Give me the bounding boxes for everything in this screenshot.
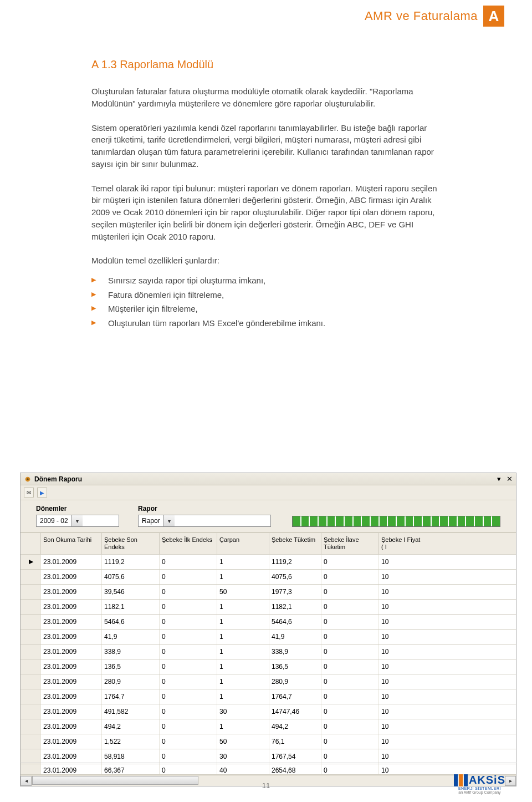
cell: 0 bbox=[321, 630, 378, 644]
window-title: Dönem Raporu bbox=[34, 475, 82, 483]
cell: 0 bbox=[321, 719, 378, 734]
col-header[interactable]: Şebeke Son Endeks bbox=[101, 533, 159, 554]
col-header[interactable]: Şebeke Tüketim bbox=[269, 533, 321, 554]
row-selector[interactable] bbox=[21, 689, 40, 704]
rapor-dropdown[interactable]: Rapor ▾ bbox=[138, 515, 271, 527]
paragraph: Modülün temel özellikleri şunlardır: bbox=[91, 255, 446, 267]
cell: 0 bbox=[159, 585, 217, 599]
table-row[interactable]: 23.01.2009494,201494,2010 bbox=[21, 719, 516, 734]
col-header[interactable]: Şebeke I Fiyat ( I bbox=[378, 533, 426, 554]
cell: 0 bbox=[321, 674, 378, 689]
cell: 136,5 bbox=[269, 659, 321, 674]
export-button[interactable]: ✉ bbox=[24, 488, 34, 498]
cell: 338,9 bbox=[269, 644, 321, 659]
cell: 0 bbox=[159, 644, 217, 659]
row-selector[interactable]: ▶ bbox=[21, 555, 40, 569]
cell: 0 bbox=[321, 555, 378, 569]
cell: 136,5 bbox=[101, 659, 159, 674]
cell: 0 bbox=[159, 555, 217, 569]
col-header[interactable]: Şebeke İlk Endeks bbox=[159, 533, 217, 554]
cell: 23.01.2009 bbox=[40, 555, 101, 569]
cell: 1 bbox=[217, 555, 269, 569]
grid-header-row: Son Okuma Tarihi Şebeke Son Endeks Şebek… bbox=[21, 533, 516, 555]
cell: 0 bbox=[159, 659, 217, 674]
cell: 1182,1 bbox=[101, 600, 159, 614]
table-row[interactable]: 23.01.2009338,901338,9010 bbox=[21, 644, 516, 659]
cell: 10 bbox=[378, 644, 426, 659]
cell: 1 bbox=[217, 689, 269, 704]
paragraph: Oluşturulan faturalar fatura oluşturma m… bbox=[91, 85, 446, 110]
table-row[interactable]: 23.01.20091,52205076,1010 bbox=[21, 734, 516, 749]
cell: 1182,1 bbox=[269, 600, 321, 614]
cell: 10 bbox=[378, 615, 426, 629]
row-selector[interactable] bbox=[21, 615, 40, 629]
gear-icon bbox=[24, 475, 32, 483]
cell: 0 bbox=[321, 689, 378, 704]
cell: 10 bbox=[378, 630, 426, 644]
table-row[interactable]: 23.01.2009491,58203014747,46010 bbox=[21, 704, 516, 719]
cell: 23.01.2009 bbox=[40, 734, 101, 749]
cell: 0 bbox=[321, 764, 378, 774]
cell: 10 bbox=[378, 570, 426, 584]
row-selector[interactable] bbox=[21, 585, 40, 599]
cell: 0 bbox=[159, 719, 217, 734]
cell: 1 bbox=[217, 674, 269, 689]
table-row[interactable]: ▶23.01.20091119,2011119,2010 bbox=[21, 555, 516, 570]
row-selector[interactable] bbox=[21, 764, 40, 774]
row-selector[interactable] bbox=[21, 674, 40, 689]
table-row[interactable]: 23.01.20094075,6014075,6010 bbox=[21, 570, 516, 585]
row-selector[interactable] bbox=[21, 749, 40, 764]
cell: 10 bbox=[378, 689, 426, 704]
row-selector[interactable] bbox=[21, 719, 40, 734]
donemler-dropdown[interactable]: 2009 - 02 ▾ bbox=[36, 515, 119, 527]
row-selector[interactable] bbox=[21, 600, 40, 614]
minimize-icon[interactable]: ▾ bbox=[497, 475, 501, 483]
cell: 0 bbox=[321, 585, 378, 599]
col-header[interactable]: Son Okuma Tarihi bbox=[40, 533, 101, 554]
table-row[interactable]: 23.01.20091764,7011764,7010 bbox=[21, 689, 516, 704]
table-row[interactable]: 23.01.200941,90141,9010 bbox=[21, 630, 516, 644]
table-row[interactable]: 23.01.200966,3670402654,68010 bbox=[21, 764, 516, 775]
scroll-right-button[interactable]: ▸ bbox=[505, 776, 516, 786]
cell: 0 bbox=[159, 630, 217, 644]
table-row[interactable]: 23.01.20095464,6015464,6010 bbox=[21, 615, 516, 630]
paragraph: Temel olarak iki rapor tipi bulunur: müş… bbox=[91, 182, 446, 243]
scrollbar-thumb[interactable] bbox=[32, 776, 198, 785]
cell: 23.01.2009 bbox=[40, 644, 101, 659]
row-selector[interactable] bbox=[21, 704, 40, 719]
cell: 0 bbox=[321, 734, 378, 749]
run-button[interactable]: ▶ bbox=[37, 488, 47, 498]
cell: 39,546 bbox=[101, 585, 159, 599]
table-row[interactable]: 23.01.2009280,901280,9010 bbox=[21, 674, 516, 689]
cell: 10 bbox=[378, 555, 426, 569]
close-icon[interactable]: ✕ bbox=[507, 475, 513, 483]
footer-divider bbox=[20, 763, 516, 763]
col-header[interactable]: Çarpan bbox=[217, 533, 269, 554]
table-row[interactable]: 23.01.200939,5460501977,3010 bbox=[21, 585, 516, 600]
cell: 23.01.2009 bbox=[40, 749, 101, 764]
cell: 1 bbox=[217, 630, 269, 644]
cell: 10 bbox=[378, 659, 426, 674]
cell: 0 bbox=[321, 570, 378, 584]
row-selector[interactable] bbox=[21, 734, 40, 749]
row-selector[interactable] bbox=[21, 659, 40, 674]
section-title: A 1.3 Raporlama Modülü bbox=[91, 58, 446, 71]
cell: 494,2 bbox=[101, 719, 159, 734]
page-header: AMR ve Faturalama A bbox=[365, 6, 504, 27]
cell: 1 bbox=[217, 600, 269, 614]
row-selector[interactable] bbox=[21, 630, 40, 644]
cell: 41,9 bbox=[269, 630, 321, 644]
cell: 10 bbox=[378, 749, 426, 764]
cell: 23.01.2009 bbox=[40, 764, 101, 774]
table-row[interactable]: 23.01.2009136,501136,5010 bbox=[21, 659, 516, 674]
table-row[interactable]: 23.01.20091182,1011182,1010 bbox=[21, 600, 516, 615]
row-selector[interactable] bbox=[21, 570, 40, 584]
rapor-value: Rapor bbox=[139, 517, 163, 525]
cell: 1119,2 bbox=[101, 555, 159, 569]
col-header[interactable]: Şebeke İlave Tüketim bbox=[321, 533, 378, 554]
scroll-left-button[interactable]: ◂ bbox=[21, 776, 32, 786]
row-selector[interactable] bbox=[21, 644, 40, 659]
paragraph: Sistem operatörleri yazılımla kendi özel… bbox=[91, 122, 446, 170]
cell: 1 bbox=[217, 719, 269, 734]
page-number: 11 bbox=[262, 781, 270, 790]
